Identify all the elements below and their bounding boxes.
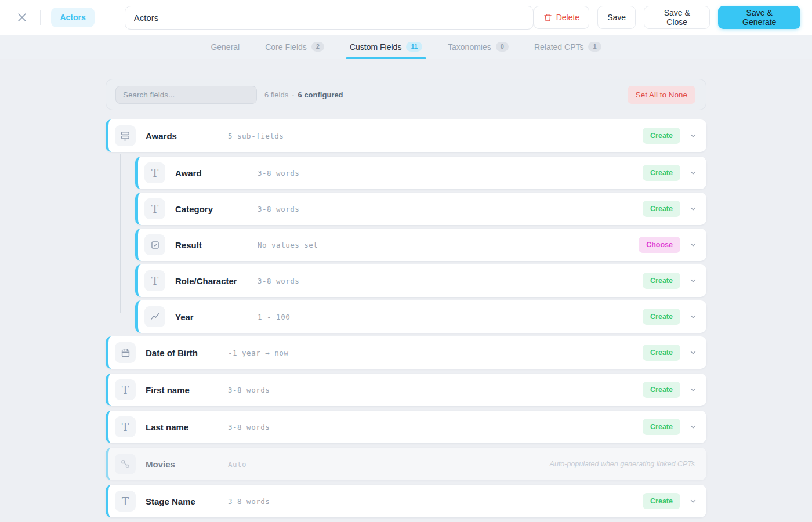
field-meta: 3-8 words [228,423,270,432]
create-button[interactable]: Create [643,201,680,217]
chevron-down-icon[interactable] [689,313,697,321]
topbar-actions: Delete Save Save & Close Save & Generate [534,6,800,29]
tab-label: Core Fields [265,42,307,52]
field-meta: 3-8 words [258,169,299,177]
calendar-icon [115,342,136,363]
set-all-to-none-button[interactable]: Set All to None [628,86,695,104]
field-meta: 3-8 words [228,386,270,394]
chevron-down-icon[interactable] [689,497,697,505]
field-row-awards[interactable]: Awards 5 sub-fields Create [106,119,706,152]
tab-badge: 2 [311,42,324,52]
tab-label: Custom Fields [350,42,401,52]
field-name: Last name [146,422,228,432]
field-name: Award [175,168,258,178]
chevron-down-icon[interactable] [689,386,697,394]
field-row-date-of-birth[interactable]: Date of Birth -1 year → now Create [106,336,706,369]
field-meta: 3-8 words [258,205,299,213]
fields-count: 6 fields [264,90,288,99]
chevron-down-icon[interactable] [689,277,697,285]
number-icon [144,306,165,327]
create-button[interactable]: Create [643,382,680,398]
field-row-award[interactable]: T Award 3-8 words Create [135,157,706,189]
tab-bar: General Core Fields 2 Custom Fields 11 T… [0,35,812,59]
configured-count: 6 configured [298,90,343,99]
tab-taxonomies[interactable]: Taxonomies 0 [448,35,509,59]
delete-button[interactable]: Delete [534,6,589,29]
auto-populated-note: Auto-populated when generating linked CP… [550,460,695,468]
cpt-type-chip[interactable]: Actors [51,8,94,27]
save-close-button[interactable]: Save & Close [644,6,710,29]
custom-fields-panel: 6 fields · 6 configured Set All to None … [0,59,812,517]
tab-badge: 1 [588,42,601,52]
save-generate-button[interactable]: Save & Generate [718,6,800,29]
chevron-down-icon[interactable] [689,423,697,431]
close-icon[interactable] [14,9,30,26]
tab-badge: 11 [406,42,422,52]
tab-badge: 0 [496,42,509,52]
chevron-down-icon[interactable] [689,132,697,140]
field-name: Category [175,204,258,214]
field-meta: 5 sub-fields [228,132,284,140]
fields-toolbar: 6 fields · 6 configured Set All to None [106,79,706,110]
text-icon: T [144,198,165,219]
field-row-last-name[interactable]: T Last name 3-8 words Create [106,411,706,443]
text-icon: T [115,416,136,437]
field-name: Movies [146,459,228,469]
create-button[interactable]: Create [643,493,680,509]
create-button[interactable]: Create [643,128,680,144]
fields-summary: 6 fields · 6 configured [264,90,343,99]
create-button[interactable]: Create [643,165,680,181]
cpt-title-input[interactable] [125,6,534,30]
field-name: Result [175,240,258,250]
topbar: Actors Delete Save Save & Close Save & G… [0,0,812,35]
create-button[interactable]: Create [643,345,680,361]
chevron-down-icon[interactable] [689,205,697,213]
save-button[interactable]: Save [597,6,636,29]
field-row-first-name[interactable]: T First name 3-8 words Create [106,374,706,406]
search-fields-input[interactable] [115,86,257,104]
create-button[interactable]: Create [643,419,680,435]
field-name: Date of Birth [146,348,228,358]
chevron-down-icon[interactable] [689,241,697,249]
field-name: Year [175,312,258,322]
tab-general[interactable]: General [211,35,240,59]
checkbox-icon [144,234,165,255]
tab-related-cpts[interactable]: Related CPTs 1 [534,35,601,59]
tab-label: General [211,42,240,52]
tab-custom-fields[interactable]: Custom Fields 11 [350,35,422,59]
text-icon: T [144,162,165,183]
field-name: Stage Name [146,496,228,506]
field-row-result[interactable]: Result No values set Choose [135,229,706,261]
rows-icon [115,125,136,146]
field-name: First name [146,385,228,395]
choose-button[interactable]: Choose [639,237,680,253]
create-button[interactable]: Create [643,273,680,289]
field-meta: 1 - 100 [258,313,290,321]
tab-core-fields[interactable]: Core Fields 2 [265,35,324,59]
field-name: Awards [146,131,228,141]
field-row-stage-name[interactable]: T Stage Name 3-8 words Create [106,485,706,517]
text-icon: T [115,379,136,400]
text-icon: T [115,491,136,512]
delete-label: Delete [556,13,579,22]
awards-subfields: T Award 3-8 words Create T Category 3-8 … [106,157,706,333]
trash-icon [543,13,552,22]
field-row-movies: Movies Auto Auto-populated when generati… [106,448,706,480]
field-name: Role/Character [175,276,258,286]
field-meta: 3-8 words [228,497,270,506]
chevron-down-icon[interactable] [689,349,697,357]
field-row-role-character[interactable]: T Role/Character 3-8 words Create [135,264,706,297]
divider [40,10,41,25]
link-icon [115,454,136,474]
tab-label: Taxonomies [448,42,491,52]
field-row-year[interactable]: Year 1 - 100 Create [135,300,706,333]
create-button[interactable]: Create [643,309,680,325]
field-meta: -1 year → now [228,349,288,357]
field-row-category[interactable]: T Category 3-8 words Create [135,193,706,225]
summary-separator: · [292,90,294,99]
chevron-down-icon[interactable] [689,169,697,177]
field-meta: 3-8 words [258,277,299,285]
field-meta: No values set [258,241,318,249]
tab-label: Related CPTs [534,42,584,52]
field-meta: Auto [228,460,246,469]
